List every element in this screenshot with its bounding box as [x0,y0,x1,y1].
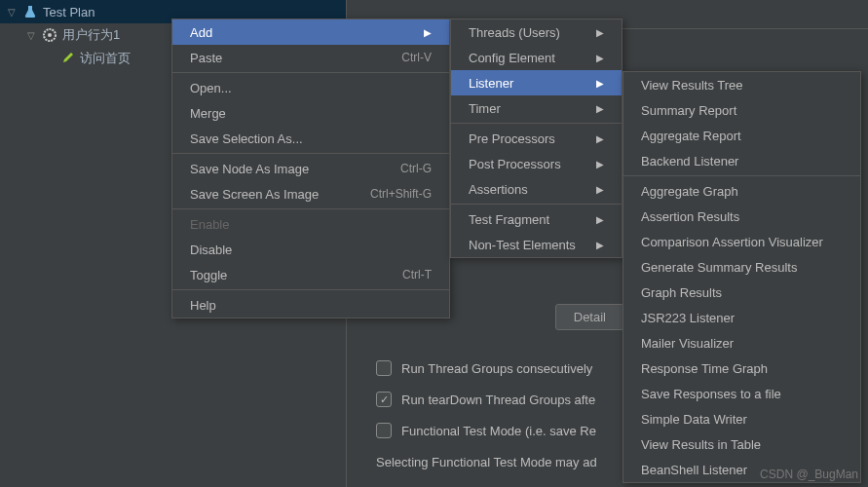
menu-item-enable: Enable [172,211,449,237]
menu-item-fragment[interactable]: Test Fragment▶ [451,206,622,232]
context-menu-listener: View Results Tree Summary Report Aggrega… [623,71,861,483]
checkbox-row-consecutive[interactable]: Run Thread Groups consecutively [376,355,597,382]
flask-icon [21,3,39,20]
menu-separator [623,175,860,176]
menu-item-comparison-visualizer[interactable]: Comparison Assertion Visualizer [623,229,860,254]
menu-item-save-responses[interactable]: Save Responses to a file [623,381,860,406]
chevron-right-icon: ▶ [596,214,604,225]
chevron-right-icon: ▶ [596,78,604,89]
menu-item-paste[interactable]: PasteCtrl-V [172,45,449,70]
menu-item-save-selection[interactable]: Save Selection As... [172,126,449,151]
chevron-right-icon: ▶ [596,240,604,250]
menu-separator [172,72,449,73]
detail-button[interactable]: Detail [555,304,624,330]
checkbox-icon[interactable] [376,392,392,407]
menu-item-view-results-table[interactable]: View Results in Table [623,431,860,457]
menu-item-config[interactable]: Config Element▶ [451,45,622,70]
menu-item-timer[interactable]: Timer▶ [451,95,622,121]
context-menu-add: Threads (Users)▶ Config Element▶ Listene… [450,19,623,258]
menu-item-mailer-visualizer[interactable]: Mailer Visualizer [623,330,860,356]
tree-label: 访问首页 [80,50,131,67]
menu-item-merge[interactable]: Merge [172,100,449,126]
expand-icon: ▽ [27,30,41,41]
menu-item-assertions[interactable]: Assertions▶ [451,176,622,202]
menu-item-toggle[interactable]: ToggleCtrl-T [172,262,449,287]
menu-item-help[interactable]: Help [172,292,449,318]
menu-item-assertion-results[interactable]: Assertion Results [623,204,860,229]
tree-label: 用户行为1 [62,26,120,44]
menu-item-graph-results[interactable]: Graph Results [623,280,860,305]
menu-separator [451,204,622,205]
svg-point-1 [48,33,52,37]
menu-item-pre[interactable]: Pre Processors▶ [451,126,622,151]
menu-item-disable[interactable]: Disable [172,237,449,262]
menu-separator [172,208,449,209]
menu-item-nontest[interactable]: Non-Test Elements▶ [451,232,622,257]
menu-item-backend-listener[interactable]: Backend Listener [623,148,860,173]
checkbox-label: Functional Test Mode (i.e. save Re [401,424,596,438]
info-text: Selecting Functional Test Mode may ad [376,448,597,475]
tree-label: Test Plan [43,5,94,19]
checkbox-icon[interactable] [376,423,392,438]
menu-item-save-node-image[interactable]: Save Node As ImageCtrl-G [172,156,449,181]
menu-separator [172,153,449,154]
menu-item-add[interactable]: Add▶ [172,19,449,45]
chevron-right-icon: ▶ [596,27,604,38]
checkbox-icon[interactable] [376,360,392,376]
menu-item-open[interactable]: Open... [172,75,449,100]
checkbox-row-teardown[interactable]: Run tearDown Thread Groups afte [376,386,597,413]
menu-separator [451,123,622,124]
menu-item-threads[interactable]: Threads (Users)▶ [451,19,622,45]
chevron-right-icon: ▶ [596,103,604,114]
chevron-right-icon: ▶ [596,184,604,195]
checkbox-row-functional[interactable]: Functional Test Mode (i.e. save Re [376,417,597,444]
menu-item-save-screen-image[interactable]: Save Screen As ImageCtrl+Shift-G [172,181,449,206]
menu-separator [172,289,449,290]
gear-icon [41,26,58,44]
menu-item-generate-summary[interactable]: Generate Summary Results [623,254,860,280]
context-menu-primary: Add▶ PasteCtrl-V Open... Merge Save Sele… [171,19,450,318]
watermark: CSDN @_BugMan [760,468,858,481]
chevron-right-icon: ▶ [596,53,604,63]
checkbox-label: Run tearDown Thread Groups afte [401,393,595,407]
checkbox-label: Run Thread Groups consecutively [401,361,592,376]
menu-item-listener[interactable]: Listener▶ [451,70,622,95]
dropper-icon [58,50,76,67]
menu-item-jsr223-listener[interactable]: JSR223 Listener [623,305,860,330]
menu-item-view-results-tree[interactable]: View Results Tree [623,72,860,97]
menu-item-post[interactable]: Post Processors▶ [451,151,622,176]
menu-item-simple-data-writer[interactable]: Simple Data Writer [623,406,860,431]
menu-item-response-time-graph[interactable]: Response Time Graph [623,356,860,381]
chevron-right-icon: ▶ [596,133,604,144]
menu-item-aggregate-report[interactable]: Aggregate Report [623,123,860,148]
menu-item-aggregate-graph[interactable]: Aggregate Graph [623,178,860,204]
chevron-right-icon: ▶ [596,159,604,169]
menu-item-summary-report[interactable]: Summary Report [623,97,860,123]
chevron-right-icon: ▶ [424,27,432,38]
expand-icon: ▽ [8,7,21,18]
